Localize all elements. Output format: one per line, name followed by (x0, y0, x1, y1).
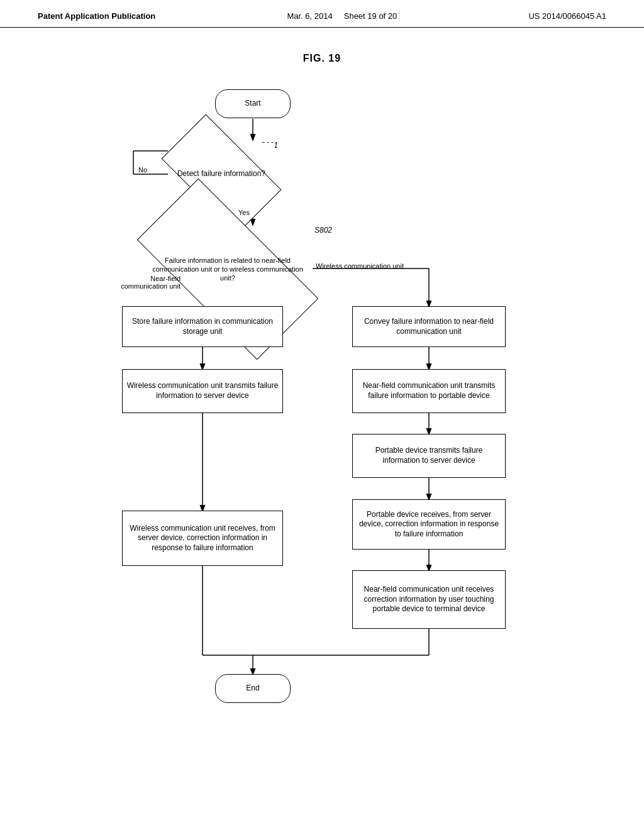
flowchart: Start S801 Detect failure information? N… (70, 77, 574, 800)
s808-text: Portable device transmits failure inform… (357, 446, 501, 465)
s803-rect: Store failure information in communicati… (122, 306, 283, 347)
s801-text: Detect failure information? (175, 167, 268, 182)
start-label: Start (245, 99, 260, 109)
s804-text: Wireless communication unit transmits fa… (126, 381, 279, 401)
branch-no-label: No (138, 166, 147, 174)
s802-label: S802 (314, 226, 332, 235)
publication-label: Patent Application Publication (38, 11, 155, 21)
s809-text: Portable device receives, from server de… (357, 510, 501, 540)
s805-text: Wireless communication unit receives, fr… (126, 524, 279, 553)
s802-diamond: Failure information is related to near-f… (143, 226, 313, 313)
s804-rect: Wireless communication unit transmits fa… (122, 369, 283, 413)
end-node: End (215, 674, 291, 703)
s803-text: Store failure information in communicati… (126, 317, 279, 336)
diagram-area: FIG. 19 (0, 28, 644, 800)
page: Patent Application Publication Mar. 6, 2… (0, 0, 644, 830)
s807-text: Near-field communication unit transmits … (357, 381, 501, 401)
branch-wcu-label: Wireless communication unit (316, 262, 404, 270)
s809-rect: Portable device receives, from server de… (352, 499, 506, 550)
s802-text: Failure information is related to near-f… (143, 253, 313, 285)
date-sheet: Mar. 6, 2014 Sheet 19 of 20 (287, 11, 397, 21)
s810-rect: Near-field communication unit receives c… (352, 570, 506, 629)
s806-rect: Convey failure information to near-field… (352, 306, 506, 347)
date: Mar. 6, 2014 (287, 11, 332, 21)
s808-rect: Portable device transmits failure inform… (352, 434, 506, 478)
sheet-info: Sheet 19 of 20 (344, 11, 397, 21)
s807-rect: Near-field communication unit transmits … (352, 369, 506, 413)
branch-yes-label: Yes (238, 209, 250, 216)
s810-text: Near-field communication unit receives c… (357, 585, 501, 614)
page-header: Patent Application Publication Mar. 6, 2… (0, 0, 644, 28)
patent-number: US 2014/0066045 A1 (528, 11, 606, 21)
start-node: Start (215, 89, 291, 118)
end-label: End (246, 683, 259, 694)
figure-title: FIG. 19 (303, 53, 341, 64)
s806-text: Convey failure information to near-field… (357, 317, 501, 336)
s805-rect: Wireless communication unit receives, fr… (122, 511, 283, 566)
